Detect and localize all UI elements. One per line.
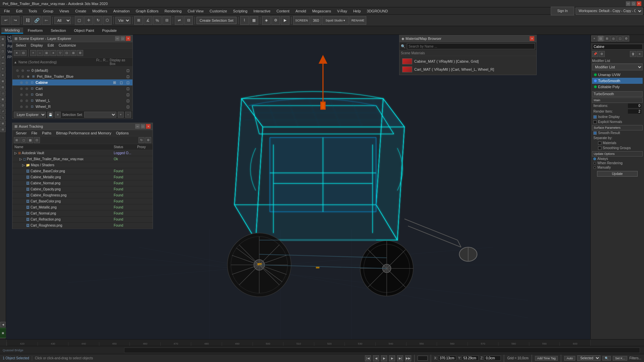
menu-help[interactable]: Help <box>351 8 364 14</box>
se-tool-filter[interactable]: ⊟ <box>20 50 26 56</box>
at-item-cabine-base[interactable]: 🖼 Cabine_BaseColor.png Found <box>12 168 153 174</box>
at-item-maxfile[interactable]: ▷ ◻ Pet_Bike_Trailer_Blue_max_vray.max O… <box>12 156 153 162</box>
at-item-cabine-opacity[interactable]: 🖼Cabine_Opacity.png Found <box>12 186 153 192</box>
scale-button[interactable]: ⬡ <box>103 16 112 25</box>
left-tool-1[interactable]: ⊞ <box>0 36 6 42</box>
at-menu-file[interactable]: File <box>29 131 39 135</box>
at-item-cart-base[interactable]: 🖼Cart_BaseColor.png Found <box>12 198 153 204</box>
close-button[interactable]: ✕ <box>637 1 641 6</box>
left-tool-7[interactable]: ✕ <box>0 72 6 78</box>
minimize-button[interactable]: ─ <box>626 1 631 6</box>
at-item-maps-folder[interactable]: ▷ 📁 Maps / Shaders <box>12 162 153 168</box>
unlink-button[interactable]: 🔗 <box>33 16 41 25</box>
percent-snap-button[interactable]: % <box>153 16 162 25</box>
studio-button[interactable]: Squid Studio ▾ <box>322 16 349 25</box>
status-play[interactable]: ▶ <box>381 355 387 361</box>
left-tool-10[interactable]: ◇ <box>0 90 6 96</box>
se-tool-options-2[interactable]: ▽ <box>57 50 63 56</box>
move-button[interactable]: ✛ <box>84 16 93 25</box>
menu-civil-view[interactable]: Civil View <box>185 8 206 14</box>
at-tool-options[interactable]: ⚙ <box>145 137 151 143</box>
rp-mod-editable-poly[interactable]: Editable Poly <box>592 84 643 90</box>
left-tool-bottom-1[interactable]: ◀ <box>0 322 6 327</box>
rp-tab-utilities[interactable]: ⚙ <box>623 36 629 42</box>
viewport-area[interactable]: [+] [Perspective] [Standard] [Edged Face… <box>6 35 590 339</box>
status-add-time-tag[interactable]: Add Time Tag <box>535 356 558 361</box>
se-item-wheel-l[interactable]: ◎ ◎ ⊡ Wheel_L ◻ <box>12 98 132 104</box>
se-item-cabine[interactable]: ◎ ◎ ⊡ Cabine ⊞ ◻ ◻ <box>12 79 132 85</box>
tab-freeform[interactable]: Freeform <box>24 28 46 33</box>
at-item-cabine-normal[interactable]: 🖼Cabine_Normal.png Found <box>12 180 153 186</box>
mirror-button[interactable]: ⇌ <box>175 16 183 25</box>
status-prev-frame[interactable]: ◀ <box>373 355 379 361</box>
material-editor-button[interactable]: ◈ <box>262 16 271 25</box>
left-tool-14[interactable]: ↘ <box>0 115 6 120</box>
rotate-button[interactable]: ↻ <box>94 16 102 25</box>
link-button[interactable]: ⛓ <box>23 16 32 25</box>
se-layer-dropdown[interactable]: Layer Explorer <box>14 112 46 118</box>
left-tool-12[interactable]: ⊡ <box>0 103 6 108</box>
menu-megascans[interactable]: Megascans <box>310 8 334 14</box>
menu-arnold[interactable]: Arnold <box>293 8 309 14</box>
scene-explorer-restore[interactable]: □ <box>120 36 125 41</box>
left-tool-5[interactable]: ⊷ <box>0 60 6 66</box>
left-tool-8[interactable]: ⊞ <box>0 78 6 84</box>
se-footer-remove-set[interactable]: − <box>125 112 131 118</box>
rp-ts-when-rendering-radio[interactable] <box>593 162 596 165</box>
curve-editor-button[interactable]: ⌇ <box>240 16 249 25</box>
se-item-trailer[interactable]: ▽ ◎ ◉ ⊞ Pet_Bike_Trailer_Blue ◻ <box>12 73 132 79</box>
se-footer-save[interactable]: 💾 <box>47 112 53 118</box>
rp-ts-always-radio[interactable] <box>593 158 596 160</box>
at-item-cabine-metallic[interactable]: 🖼Cabine_Metallic.png Found <box>12 174 153 180</box>
menu-edit[interactable]: Edit <box>13 8 25 14</box>
menu-3dground[interactable]: 3DGROUND <box>364 8 391 14</box>
rotation-field[interactable]: 360 <box>311 16 321 25</box>
rp-ts-manually-radio[interactable] <box>593 166 596 169</box>
menu-interactive[interactable]: Interactive <box>251 8 273 14</box>
tab-populate[interactable]: Populate <box>99 28 120 33</box>
status-next-key[interactable]: ▶| <box>397 355 403 361</box>
filter-dropdown[interactable]: All <box>54 17 71 24</box>
sign-in-button[interactable]: Sign In <box>551 7 574 15</box>
rp-ts-explicit-check[interactable] <box>593 120 597 124</box>
bind-button[interactable]: ⟜ <box>42 16 51 25</box>
se-tool-options-5[interactable]: ⚙ <box>77 50 83 56</box>
se-tool-close-x[interactable]: ✕ <box>14 50 20 56</box>
menu-graph-editors[interactable]: Graph Editors <box>133 8 161 14</box>
rp-tab-motion[interactable]: ◎ <box>610 36 616 42</box>
scene-explorer-close[interactable]: ✕ <box>126 36 130 41</box>
at-item-vault[interactable]: ▷ ⊞ Autodesk Vault Logged O... <box>12 150 153 156</box>
rp-tool-delete[interactable]: 🗑 <box>630 51 636 57</box>
menu-views[interactable]: Views <box>57 8 72 14</box>
se-tool-options-4[interactable]: ⊞ <box>70 50 76 56</box>
tab-selection[interactable]: Selection <box>47 28 69 33</box>
status-search[interactable]: 🔍 <box>602 356 611 361</box>
left-tool-15[interactable]: ⊞ <box>0 121 6 126</box>
left-tool-2[interactable]: ⊟ <box>0 42 6 48</box>
asset-tracking-title-bar[interactable]: ⊞ Asset Tracking ─ □ ✕ <box>12 123 153 130</box>
asset-tracking-close[interactable]: ✕ <box>146 124 151 129</box>
mat-browser-close[interactable]: ✕ <box>530 36 534 41</box>
left-tool-4[interactable]: ⊿ <box>0 54 6 60</box>
left-tool-11[interactable]: ⊠ <box>0 97 6 102</box>
menu-content[interactable]: Content <box>274 8 292 14</box>
rp-tool-configure[interactable]: ⚙ <box>599 51 605 57</box>
rp-ts-isoline-check[interactable] <box>593 115 597 119</box>
at-item-cart-refraction[interactable]: 🖼Cart_Refraction.png Found <box>12 217 153 223</box>
rp-tool-options[interactable]: ≡ <box>637 51 643 57</box>
rp-mod-unwrap[interactable]: Unwrap UVW <box>592 72 643 78</box>
angle-snap-button[interactable]: ∡ <box>144 16 152 25</box>
at-item-cart-roughness[interactable]: 🖼Cart_Roughness.png Found <box>12 223 153 229</box>
menu-create[interactable]: Create <box>72 8 89 14</box>
at-tool-1[interactable]: ⊞ <box>14 137 20 143</box>
menu-file[interactable]: File <box>1 8 13 14</box>
at-menu-server[interactable]: Server <box>14 131 29 135</box>
se-tool-remove[interactable]: − <box>37 50 43 56</box>
status-last-frame[interactable]: ▶▶ <box>405 355 411 361</box>
status-prev-key[interactable]: |◀ <box>365 355 371 361</box>
tab-object-paint[interactable]: Object Paint <box>71 28 98 33</box>
se-footer-add-set[interactable]: + <box>118 112 124 118</box>
scene-explorer-title-bar[interactable]: ⊞ Scene Explorer - Layer Explorer ─ □ ✕ <box>12 35 132 42</box>
menu-animation[interactable]: Animation <box>111 8 132 14</box>
select-button[interactable]: ▢ <box>75 16 84 25</box>
